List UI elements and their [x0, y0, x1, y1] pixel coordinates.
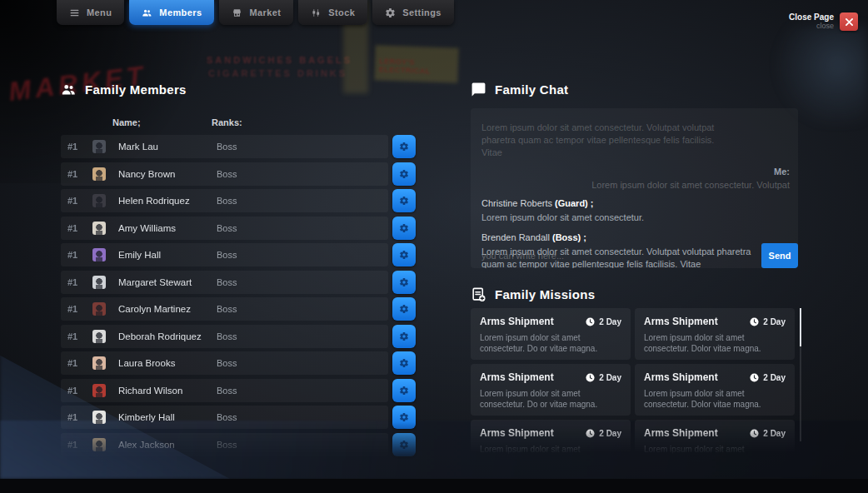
avatar [92, 194, 106, 207]
mission-card[interactable]: Arms Shipment 2 Day Lorem ipsum dolor si… [471, 420, 631, 455]
mission-card[interactable]: Arms Shipment 2 Day Lorem ipsum dolor si… [635, 308, 795, 360]
member-name: Alex Jackson [118, 440, 217, 450]
member-row-body: #1 Richard Wilson Boss [61, 379, 388, 402]
member-row-body: #1 Emily Hall Boss [61, 243, 388, 266]
background-sign-electrical: LEROY'S ELECTRICAL [379, 57, 459, 76]
gear-icon [399, 331, 409, 341]
storefront-icon [232, 7, 242, 18]
close-page-button[interactable] [840, 12, 858, 31]
member-rank: Boss [217, 358, 388, 368]
mission-card[interactable]: Arms Shipment 2 Day Lorem ipsum dolor si… [635, 420, 795, 455]
member-position: #1 [67, 412, 92, 422]
mission-title: Arms Shipment [480, 427, 554, 439]
member-position: #1 [67, 440, 92, 450]
mission-duration-badge: 2 Day [750, 373, 786, 382]
chat-input[interactable] [471, 243, 761, 268]
gear-icon [399, 304, 409, 314]
mission-card-top: Arms Shipment 2 Day [644, 316, 786, 327]
avatar [92, 384, 106, 397]
mission-title: Arms Shipment [480, 371, 554, 383]
member-settings-button[interactable] [392, 135, 416, 158]
member-settings-button[interactable] [392, 325, 416, 348]
chat-my-message: Me: Lorem ipsum dolor sit amet consectet… [471, 167, 798, 190]
member-position: #1 [67, 386, 92, 396]
member-settings-button[interactable] [392, 189, 416, 212]
member-row: #1 Laura Brooks Boss [61, 351, 417, 375]
clock-icon [586, 429, 595, 438]
member-rank: Boss [217, 142, 388, 152]
tab-menu[interactable]: Menu [57, 0, 124, 25]
avatar [92, 330, 106, 343]
mission-card[interactable]: Arms Shipment 2 Day Lorem ipsum dolor si… [471, 364, 631, 416]
member-rank: Boss [217, 386, 388, 396]
missions-scrollbar-thumb[interactable] [800, 308, 801, 346]
gear-icon [399, 386, 409, 396]
mission-duration: 2 Day [763, 429, 786, 438]
member-position: #1 [67, 331, 92, 341]
gear-icon [399, 196, 409, 206]
member-rank: Boss [217, 196, 388, 206]
background-sign-shop-line1: SANDWICHES BAGELS [207, 55, 352, 65]
chat-me-text: Lorem ipsum dolor sit amet consectetur. … [471, 180, 790, 190]
mission-card-top: Arms Shipment 2 Day [480, 371, 621, 383]
member-row-body: #1 Laura Brooks Boss [61, 351, 388, 375]
send-button[interactable]: Send [761, 243, 798, 268]
mission-card-top: Arms Shipment 2 Day [480, 427, 621, 439]
tab-market[interactable]: Market [219, 0, 293, 25]
member-row: #1 Carolyn Martinez Boss [61, 297, 417, 321]
member-settings-button[interactable] [392, 351, 416, 375]
member-rank: Boss [217, 412, 388, 422]
avatar [92, 356, 106, 370]
member-position: #1 [67, 277, 92, 287]
background-sign-board [374, 45, 458, 82]
mission-card-top: Arms Shipment 2 Day [644, 427, 786, 439]
mission-duration: 2 Day [763, 317, 786, 326]
members-list: #1 Mark Lau Boss #1 Nancy Brown [61, 135, 417, 461]
member-name: Emily Hall [118, 250, 217, 260]
member-row: #1 Helen Rodriquez Boss [61, 189, 417, 212]
family-chat-header: Family Chat [471, 82, 568, 97]
tab-settings[interactable]: Settings [372, 0, 454, 25]
chat-old-message: Lorem ipsum dolor sit amet consectetur. … [471, 108, 798, 159]
member-row-body: #1 Deborah Rodriquez Boss [61, 325, 388, 348]
mission-description: Lorem ipsum dolor sit amet consectetur. … [480, 444, 621, 455]
member-row-body: #1 Helen Rodriquez Boss [61, 189, 388, 212]
mission-card-top: Arms Shipment 2 Day [480, 316, 621, 327]
mission-description: Lorem ipsum dolor sit amet consectetur. … [644, 332, 786, 354]
member-settings-button[interactable] [392, 162, 416, 186]
member-name: Carolyn Martinez [118, 304, 217, 314]
chat-message-author: Brenden Randall (Boss) ; [481, 232, 787, 242]
member-settings-button[interactable] [392, 297, 416, 321]
member-settings-button[interactable] [392, 433, 416, 456]
column-header-ranks: Ranks: [212, 117, 242, 127]
chat-box: Lorem ipsum dolor sit amet consectetur. … [471, 108, 798, 268]
chat-author-name: Brenden Randall [481, 232, 550, 242]
member-row-body: #1 Amy Williams Boss [61, 217, 388, 240]
member-settings-button[interactable] [392, 379, 416, 402]
mission-duration: 2 Day [599, 429, 621, 438]
mission-card[interactable]: Arms Shipment 2 Day Lorem ipsum dolor si… [471, 308, 631, 360]
mission-card[interactable]: Arms Shipment 2 Day Lorem ipsum dolor si… [635, 364, 795, 416]
mission-description: Lorem ipsum dolor sit amet consectetur. … [644, 388, 786, 410]
clock-icon [750, 429, 759, 438]
chat-author-name: Christine Roberts [481, 198, 552, 208]
clock-icon [586, 373, 595, 382]
close-icon [846, 18, 853, 26]
tab-stock-label: Stock [328, 7, 355, 17]
member-name: Amy Williams [118, 223, 217, 233]
avatar [92, 438, 106, 451]
member-settings-button[interactable] [392, 271, 416, 294]
tab-members[interactable]: Members [129, 0, 214, 25]
gear-icon [399, 223, 409, 233]
tab-stock[interactable]: Stock [298, 0, 367, 25]
member-settings-button[interactable] [392, 217, 416, 240]
avatar [92, 411, 106, 424]
tab-menu-label: Menu [87, 7, 112, 17]
stock-chart-icon [311, 7, 322, 18]
member-row: #1 Margaret Stewart Boss [61, 271, 417, 294]
member-settings-button[interactable] [392, 406, 416, 429]
member-row-body: #1 Nancy Brown Boss [61, 162, 388, 186]
member-name: Kimberly Hall [118, 412, 217, 422]
chat-message-text: Lorem ipsum dolor sit amet consectetur. [481, 212, 769, 224]
member-settings-button[interactable] [392, 243, 416, 266]
